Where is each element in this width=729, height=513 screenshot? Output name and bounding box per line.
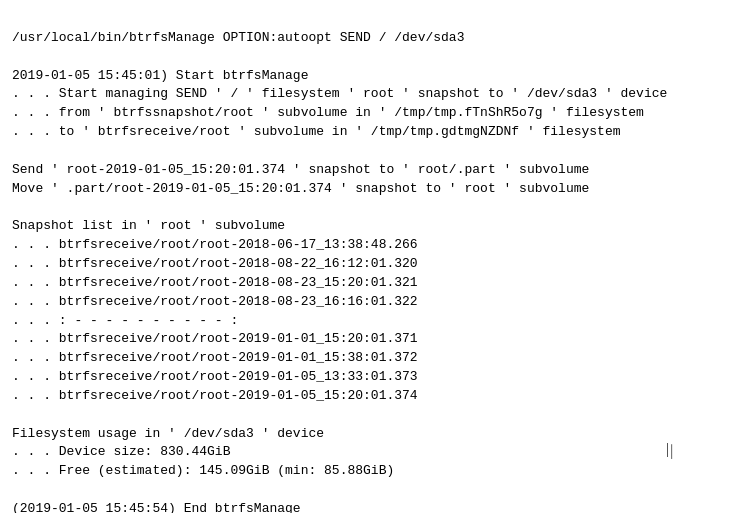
terminal-output: /usr/local/bin/btrfsManage OPTION:autoop… xyxy=(12,10,717,513)
terminal-line: . . . btrfsreceive/root/root-2018-08-23_… xyxy=(12,293,717,312)
terminal-line: . . . btrfsreceive/root/root-2019-01-01_… xyxy=(12,349,717,368)
terminal-line: . . . Start managing SEND ' / ' filesyst… xyxy=(12,85,717,104)
terminal-line: . . . btrfsreceive/root/root-2019-01-05_… xyxy=(12,387,717,406)
terminal-line: . . . to ' btrfsreceive/root ' subvolume… xyxy=(12,123,717,142)
terminal-line xyxy=(12,481,717,500)
terminal-line xyxy=(12,406,717,425)
terminal-line: Move ' .part/root-2019-01-05_15:20:01.37… xyxy=(12,180,717,199)
cursor-icon: │ xyxy=(667,443,669,457)
terminal-line: Snapshot list in ' root ' subvolume xyxy=(12,217,717,236)
terminal-line xyxy=(12,198,717,217)
terminal-line: . . . : - - - - - - - - - - : xyxy=(12,312,717,331)
terminal-line: . . . btrfsreceive/root/root-2018-06-17_… xyxy=(12,236,717,255)
terminal-line: . . . btrfsreceive/root/root-2019-01-01_… xyxy=(12,330,717,349)
terminal-line: 2019-01-05 15:45:01) Start btrfsManage xyxy=(12,67,717,86)
terminal-line: Send ' root-2019-01-05_15:20:01.374 ' sn… xyxy=(12,161,717,180)
terminal-line xyxy=(12,48,717,67)
terminal-line: . . . Free (estimated): 145.09GiB (min: … xyxy=(12,462,717,481)
terminal-line: /usr/local/bin/btrfsManage OPTION:autoop… xyxy=(12,29,717,48)
terminal-line: Filesystem usage in ' /dev/sda3 ' device xyxy=(12,425,717,444)
terminal-line: . . . Device size: 830.44GiB│ xyxy=(12,443,717,462)
terminal-line: (2019-01-05 15:45:54) End btrfsManage xyxy=(12,500,717,513)
terminal-line: . . . btrfsreceive/root/root-2018-08-23_… xyxy=(12,274,717,293)
terminal-line: . . . from ' btrfssnapshot/root ' subvol… xyxy=(12,104,717,123)
terminal-line xyxy=(12,142,717,161)
terminal-line: . . . btrfsreceive/root/root-2019-01-05_… xyxy=(12,368,717,387)
terminal-line: . . . btrfsreceive/root/root-2018-08-22_… xyxy=(12,255,717,274)
